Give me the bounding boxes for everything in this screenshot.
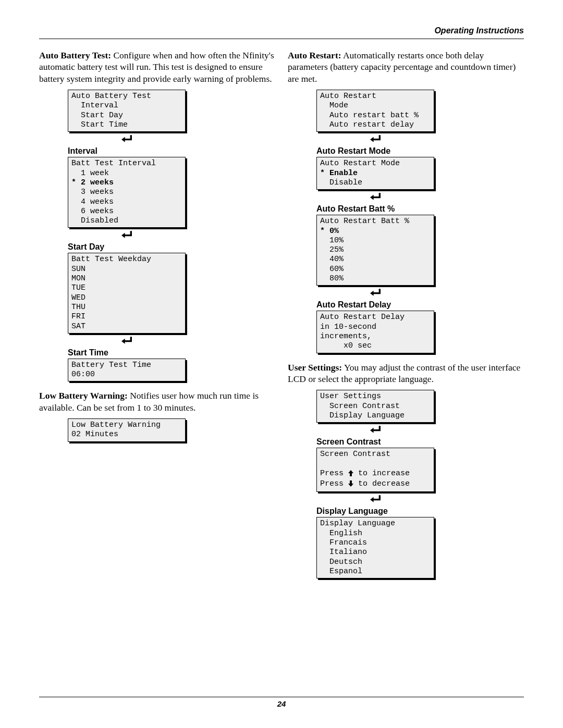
- selected-option: * 0%: [320, 227, 339, 236]
- header-title: Operating Instructions: [434, 26, 524, 35]
- enter-icon: [316, 288, 434, 299]
- page-number: 24: [277, 699, 286, 708]
- lcd-auto-restart: Auto Restart Mode Auto restart batt % Au…: [316, 90, 524, 353]
- lcd-low-battery-warning: Low Battery Warning 02 Minutes: [68, 418, 275, 442]
- start-time-heading: Start Time: [68, 348, 275, 357]
- auto-restart-mode-heading: Auto Restart Mode: [316, 146, 524, 156]
- auto-battery-test-para: Auto Battery Test: Configure when and ho…: [39, 50, 275, 84]
- lcd-screen: User Settings Screen Contrast Display La…: [316, 390, 434, 423]
- lcd-auto-restart-mode: Auto Restart Mode * Enable Disable: [316, 157, 434, 190]
- enter-icon: [68, 336, 186, 347]
- lcd-start-time: Battery Test Time 06:00: [68, 359, 186, 382]
- lcd-auto-restart-batt: Auto Restart Batt % * 0% 10% 25% 40% 60%…: [316, 215, 434, 286]
- enter-icon: [316, 192, 434, 203]
- page-footer: 24: [39, 697, 524, 708]
- auto-battery-test-lead: Auto Battery Test:: [39, 50, 111, 60]
- arrow-down-icon: [348, 480, 353, 490]
- lcd-screen: Low Battery Warning 02 Minutes: [68, 418, 186, 442]
- enter-icon: [68, 230, 186, 241]
- user-settings-lead: User Settings:: [288, 362, 342, 373]
- enter-icon: [316, 425, 434, 436]
- low-battery-warning-para: Low Battery Warning: Notifies user how m…: [39, 390, 275, 413]
- lcd-auto-restart-delay: Auto Restart Delay in 10-second incremen…: [316, 311, 434, 353]
- auto-restart-delay-heading: Auto Restart Delay: [316, 300, 524, 310]
- enter-icon: [68, 134, 186, 145]
- selected-option: * Enable: [320, 169, 358, 178]
- two-column-layout: Auto Battery Test: Configure when and ho…: [39, 50, 524, 579]
- auto-restart-lead: Auto Restart:: [288, 50, 341, 60]
- user-settings-para: User Settings: You may adjust the contra…: [288, 362, 524, 385]
- left-column: Auto Battery Test: Configure when and ho…: [39, 50, 275, 579]
- page-header: Operating Instructions: [39, 26, 524, 39]
- interval-heading: Interval: [68, 146, 275, 156]
- arrow-up-icon: [348, 470, 353, 479]
- selected-option: * 2 weeks: [71, 178, 114, 187]
- lcd-screen-contrast: Screen Contrast Press to increase Press …: [316, 448, 434, 492]
- right-column: Auto Restart: Automatically restarts onc…: [288, 50, 524, 579]
- lcd-interval: Batt Test Interval 1 week * 2 weeks 3 we…: [68, 157, 186, 228]
- display-language-heading: Display Language: [316, 507, 524, 516]
- lcd-auto-battery-test: Auto Battery Test Interval Start Day Sta…: [68, 90, 275, 381]
- auto-restart-batt-heading: Auto Restart Batt %: [316, 204, 524, 214]
- lcd-start-day: Batt Test Weekday SUN MON TUE WED THU FR…: [68, 253, 186, 333]
- lcd-display-language: Display Language English Francais Italia…: [316, 517, 434, 578]
- lcd-user-settings: User Settings Screen Contrast Display La…: [316, 390, 524, 578]
- auto-restart-para: Auto Restart: Automatically restarts onc…: [288, 50, 524, 84]
- screen-contrast-heading: Screen Contrast: [316, 437, 524, 447]
- low-battery-warning-lead: Low Battery Warning:: [39, 390, 128, 401]
- lcd-screen: Auto Restart Mode Auto restart batt % Au…: [316, 90, 434, 132]
- enter-icon: [316, 134, 434, 145]
- enter-icon: [316, 494, 434, 505]
- start-day-heading: Start Day: [68, 242, 275, 252]
- lcd-screen: Auto Battery Test Interval Start Day Sta…: [68, 90, 186, 132]
